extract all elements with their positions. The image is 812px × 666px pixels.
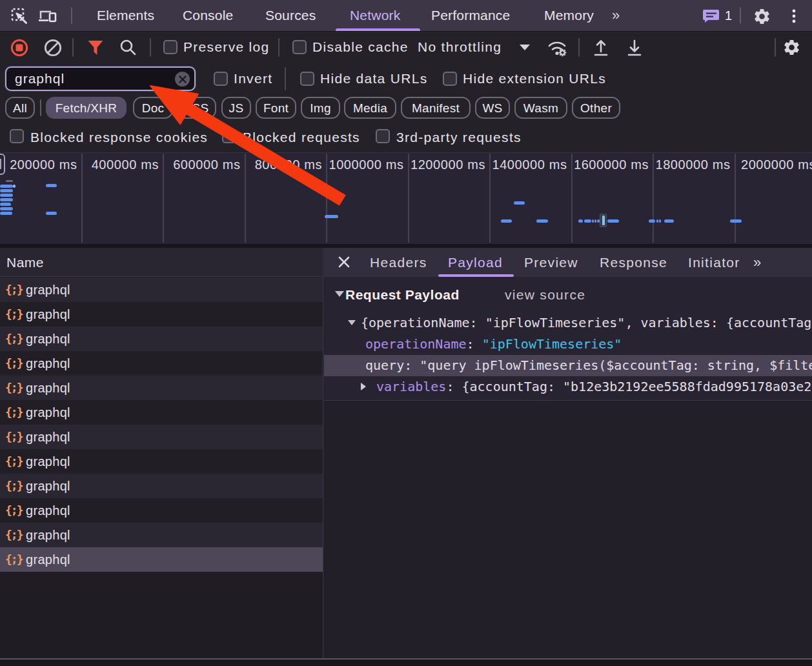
tabbar-divider-right [740,7,741,24]
detail-more-tabs-chevron[interactable]: » [753,248,762,277]
invert-filter-checkbox[interactable] [214,72,228,86]
chip-doc[interactable]: Doc [133,97,173,119]
network-activity-bar [0,194,13,197]
hide-extension-urls-label[interactable]: Hide extension URLs [463,62,606,96]
search-icon[interactable] [119,39,137,59]
inspect-element-icon[interactable] [10,7,28,25]
clear-network-log-icon[interactable] [44,39,62,59]
throttling-dropdown-caret[interactable] [520,45,530,50]
blocked-requests-checkbox[interactable] [222,129,236,143]
request-row[interactable]: {;}graphql [0,351,323,376]
tab-headers[interactable]: Headers [370,248,427,277]
chip-other[interactable]: Other [572,97,620,119]
chip-all[interactable]: All [5,97,35,119]
chip-img[interactable]: Img [301,97,340,119]
tab-memory[interactable]: Memory [544,0,594,31]
export-har-icon[interactable] [625,38,644,60]
request-row[interactable]: {;}graphql [0,376,323,400]
overview-time-label: 800000 ms [255,157,322,172]
chip-ws[interactable]: WS [475,97,510,119]
devtools-tab-bar: Elements Console Sources Network Perform… [0,0,812,31]
collapse-triangle-icon[interactable] [335,291,344,297]
preserve-log-checkbox[interactable] [163,40,178,54]
filter-input[interactable]: graphql [5,66,196,91]
view-source-link[interactable]: view source [505,282,585,308]
blocked-response-cookies-label[interactable]: Blocked response cookies [30,123,208,152]
device-toolbar-icon[interactable] [38,7,56,25]
tab-sources[interactable]: Sources [265,0,316,31]
chip-fetch-xhr[interactable]: Fetch/XHR [46,97,127,119]
invert-filter-label[interactable]: Invert [234,62,272,96]
more-tabs-chevron[interactable]: » [612,0,621,31]
chip-media[interactable]: Media [344,97,396,119]
chip-manifest[interactable]: Manifest [401,97,471,119]
close-details-icon[interactable] [337,255,351,269]
import-har-icon[interactable] [592,38,610,60]
payload-query-row-selected[interactable]: query: "query ipFlowTimeseries($accountT… [324,355,812,376]
chip-font[interactable]: Font [256,97,296,119]
overview-time-label: 200000 ms [10,157,77,172]
request-table-panel: Name {;}graphql{;}graphql{;}graphql{;}gr… [0,248,323,658]
chip-css[interactable]: CSS [176,97,216,119]
chip-js[interactable]: JS [221,97,251,119]
payload-variables-row[interactable]: variables: {accountTag: "b12e3b2192ee558… [324,376,812,398]
request-row[interactable]: {;}graphql [0,498,323,523]
request-row[interactable]: {;}graphql [0,327,323,351]
fetch-xhr-icon: {;} [5,351,23,376]
request-list: {;}graphql{;}graphql{;}graphql{;}graphql… [0,278,323,572]
network-activity-bar [514,201,525,205]
tab-network[interactable]: Network [350,0,400,31]
request-row[interactable]: {;}graphql [0,425,323,449]
network-activity-bar [592,219,594,223]
preserve-log-label[interactable]: Preserve log [183,32,270,63]
hide-data-urls-checkbox[interactable] [300,72,314,86]
network-conditions-icon[interactable] [546,37,568,61]
overview-window-left-handle[interactable] [0,154,5,175]
tab-elements[interactable]: Elements [97,0,154,31]
throttling-select[interactable]: No throttling [418,32,502,63]
hide-data-urls-label[interactable]: Hide data URLs [320,62,427,96]
payload-operation-name-row[interactable]: operationName: "ipFlowTimeseries" [324,334,812,355]
hide-extension-urls-checkbox[interactable] [443,72,457,86]
overview-grid-line [81,154,83,243]
network-activity-bar [659,219,661,223]
network-activity-bar [46,184,57,187]
issues-count: 1 [725,0,732,31]
blocked-response-cookies-checkbox[interactable] [10,129,24,143]
filter-input-value[interactable]: graphql [15,68,65,90]
request-row[interactable]: {;}graphql [0,474,323,498]
issues-message-icon[interactable] [702,8,720,23]
blocked-requests-label[interactable]: Blocked requests [243,123,360,152]
name-column-header[interactable]: Name [0,248,323,277]
disable-cache-checkbox[interactable] [292,40,307,54]
tab-payload[interactable]: Payload [448,248,503,277]
tab-initiator[interactable]: Initiator [688,248,740,277]
settings-gear-icon[interactable] [753,7,771,25]
chip-wasm[interactable]: Wasm [514,97,567,119]
request-row[interactable]: {;}graphql [0,400,323,425]
request-row[interactable]: {;}graphql [0,523,323,547]
tab-performance[interactable]: Performance [431,0,510,31]
request-name: graphql [26,351,70,376]
expand-triangle-icon[interactable] [348,320,356,325]
tab-response[interactable]: Response [600,248,667,277]
third-party-requests-checkbox[interactable] [376,129,390,143]
filter-funnel-icon[interactable] [87,39,104,59]
payload-operation-name-text: operationName: "ipFlowTimeseries" [365,334,622,355]
kebab-menu-icon[interactable] [785,7,803,25]
request-row[interactable]: {;}graphql [0,302,323,327]
expand-triangle-icon[interactable] [361,383,366,390]
fetch-xhr-icon: {;} [5,400,23,425]
payload-preview-row[interactable]: {operationName: "ipFlowTimeseries", vari… [324,312,812,334]
request-row[interactable]: {;}graphql [0,449,323,474]
network-settings-gear-icon[interactable] [782,38,801,59]
third-party-requests-label[interactable]: 3rd-party requests [396,123,522,152]
disable-cache-label[interactable]: Disable cache [312,32,409,63]
request-row[interactable]: {;}graphql [0,278,323,302]
record-network-log-icon[interactable] [10,39,28,59]
tab-console[interactable]: Console [183,0,233,31]
network-overview-timeline[interactable]: 200000 ms400000 ms600000 ms800000 ms1000… [0,152,812,244]
clear-filter-icon[interactable] [175,72,190,86]
request-row[interactable]: {;}graphql [0,547,323,572]
tab-preview[interactable]: Preview [524,248,578,277]
